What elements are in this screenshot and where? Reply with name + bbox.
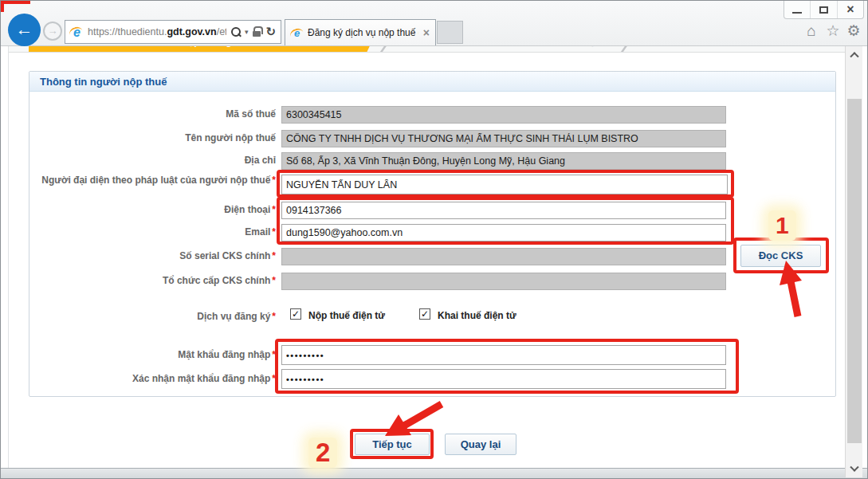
annotation-corner	[1, 1, 30, 4]
maximize-icon	[819, 6, 828, 14]
address-field	[281, 152, 726, 170]
wizard-step-1-active: Nhập thông tin	[29, 46, 378, 53]
forward-button[interactable]: →	[43, 22, 62, 41]
browser-window: ← → e https://thuedientu.gdt.gov.vn/et ▾…	[0, 0, 868, 479]
wizard-step-2-label: Xác thực	[561, 46, 602, 47]
cks-serial-label: Số serial CKS chính*	[27, 250, 276, 261]
address-label: Địa chỉ	[27, 155, 276, 166]
check-icon: ✓	[421, 308, 429, 320]
services-label: Dịch vụ đăng ký*	[27, 311, 276, 322]
step-divider	[379, 46, 387, 53]
chevron-down-icon[interactable]: ▾	[245, 28, 249, 36]
tab-close-icon[interactable]: ×	[423, 28, 430, 37]
section-title: Thông tin người nộp thuế	[29, 72, 835, 92]
refresh-icon[interactable]: ↻	[265, 26, 276, 37]
scroll-up-button[interactable]	[846, 46, 863, 62]
wizard-step-bar: Nhập thông tin Xác thực Kết thúc	[9, 46, 845, 53]
browser-chrome: ← → e https://thuedientu.gdt.gov.vn/et ▾…	[1, 1, 868, 46]
email-field[interactable]	[281, 224, 726, 241]
read-cks-button[interactable]: Đọc CKS	[740, 245, 821, 267]
confirm-password-field[interactable]	[281, 369, 726, 389]
url-text: https://thuedientu.gdt.gov.vn/et	[88, 26, 226, 37]
annotation-number-1: 1	[768, 210, 796, 241]
settings-gear-icon[interactable]: ⚙	[845, 22, 862, 40]
minimize-button[interactable]	[784, 1, 810, 18]
tab-favicon-icon: e	[291, 27, 303, 39]
tax-code-label: Mã số thuế	[27, 108, 276, 120]
legal-representative-label: Người đại diện theo pháp luật của người …	[27, 175, 276, 186]
legal-representative-field[interactable]	[281, 175, 728, 194]
confirm-password-label: Xác nhận mật khẩu đăng nhập*	[27, 373, 276, 384]
browser-tab[interactable]: e Đăng ký dịch vụ nộp thuế đ... ×	[285, 19, 436, 45]
cks-serial-field	[281, 248, 726, 265]
checkbox-khai-thue-label: Khai thuế điện tử	[438, 310, 516, 321]
search-icon[interactable]	[230, 27, 241, 37]
ie-icon: e	[70, 26, 84, 39]
password-field[interactable]	[281, 345, 726, 365]
wizard-step-3: Kết thúc	[638, 46, 774, 53]
back-form-button[interactable]: Quay lại	[445, 434, 516, 455]
chevron-up-icon	[850, 52, 858, 61]
window-edge-line	[8, 46, 9, 468]
scrollbar-thumb[interactable]	[847, 99, 862, 443]
lock-icon	[252, 26, 261, 37]
continue-button[interactable]: Tiếp tục	[355, 434, 430, 455]
scroll-down-button[interactable]	[846, 461, 863, 477]
password-label: Mật khẩu đăng nhập*	[27, 349, 276, 360]
home-icon[interactable]: ⌂	[803, 22, 820, 40]
new-tab-stub[interactable]	[437, 21, 463, 44]
maximize-button[interactable]	[810, 1, 836, 18]
check-icon: ✓	[292, 308, 300, 320]
phone-label: Điện thoại*	[27, 204, 276, 215]
annotation-number-2: 2	[308, 438, 337, 468]
minimize-icon	[792, 12, 802, 14]
checkbox-khai-thue[interactable]: ✓	[419, 308, 430, 320]
phone-field[interactable]	[281, 202, 726, 219]
cks-issuer-field	[281, 273, 726, 290]
tax-code-field	[281, 106, 726, 124]
window-controls: ×	[784, 1, 864, 19]
checkbox-nop-thue[interactable]: ✓	[290, 308, 301, 320]
taxpayer-name-label: Tên người nộp thuế	[27, 132, 276, 143]
favorites-star-icon[interactable]: ☆	[824, 22, 842, 40]
forward-icon: →	[48, 25, 58, 37]
email-label: Email*	[27, 226, 276, 238]
window-bottom-frame	[1, 468, 868, 479]
checkbox-nop-thue-label: Nộp thuế điện tử	[308, 310, 385, 321]
vertical-scrollbar[interactable]	[845, 46, 862, 477]
back-button[interactable]: ←	[8, 14, 41, 46]
cks-issuer-label: Tổ chức cấp CKS chính*	[27, 275, 276, 286]
close-icon: ×	[846, 4, 854, 15]
chevron-down-icon	[850, 463, 858, 472]
wizard-step-1-label: Nhập thông tin	[175, 46, 248, 47]
taxpayer-name-field	[281, 130, 726, 147]
tab-title: Đăng ký dịch vụ nộp thuế đ...	[308, 27, 418, 38]
address-bar[interactable]: e https://thuedientu.gdt.gov.vn/et ▾ ↻	[65, 20, 281, 44]
annotation-corner	[1, 1, 4, 12]
back-icon: ←	[16, 19, 33, 39]
close-button[interactable]: ×	[837, 1, 863, 18]
wizard-step-3-label: Kết thúc	[694, 46, 732, 47]
